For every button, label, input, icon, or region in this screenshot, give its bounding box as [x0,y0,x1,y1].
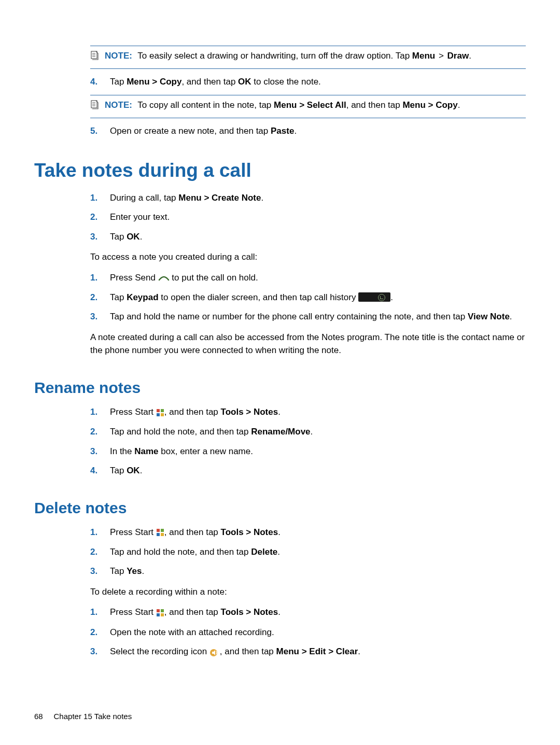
step-number: 1. [90,405,110,419]
step-number: 4. [90,75,110,89]
start-icon [156,406,164,419]
step-body: Press Send to put the call on hold. [110,271,526,285]
note-label: NOTE: [105,100,132,110]
list-item: 5. Open or create a new note, and then t… [90,124,526,138]
step-body: Open or create a new note, and then tap … [110,124,526,138]
step-body: Tap and hold the name or number for the … [110,310,526,324]
step-number: 3. [90,310,110,324]
step-body: During a call, tap Menu > Create Note. [110,191,526,205]
list-item: 3. Select the recording icon , and then … [90,645,526,658]
step-number: 2. [90,626,110,639]
step-number: 3. [90,645,110,658]
step-body: Tap and hold the note, and then tap Rena… [110,425,526,439]
note-text: NOTE: To easily select a drawing or hand… [105,49,471,63]
step-number: 2. [90,210,110,224]
note-icon [90,100,100,114]
paragraph: A note created during a call can also be… [90,331,526,357]
step-number: 3. [90,230,110,244]
step-number: 2. [90,425,110,439]
list-item: 2. Tap and hold the note, and then tap D… [90,545,526,559]
send-icon [158,271,170,285]
step-number: 2. [90,291,110,304]
step-body: Press Start , and then tap Tools > Notes… [110,526,526,539]
step-body: In the Name box, enter a new name. [110,445,526,458]
paragraph: To delete a recording within a note: [90,585,526,599]
list-item: 3. Tap OK. [90,230,526,244]
svg-rect-12 [157,529,160,532]
step-number: 4. [90,464,110,477]
chapter-title: Chapter 15 Take notes [54,712,132,721]
svg-rect-19 [161,613,164,616]
step-number: 3. [90,565,110,578]
step-number: 5. [90,124,110,138]
step-number: 1. [90,271,110,285]
heading-rename: Rename notes [34,376,526,399]
step-body: Tap OK. [110,464,526,477]
ordered-list: 1. Press Send to put the call on hold. 2… [90,271,526,324]
svg-rect-8 [157,409,160,412]
page-footer: 68 Chapter 15 Take notes [34,711,132,723]
paragraph: To access a note you created during a ca… [90,250,526,264]
list-item: 1. Press Send to put the call on hold. [90,271,526,285]
step-body: Open the note with an attached recording… [110,626,526,639]
step-number: 1. [90,606,110,619]
list-item: 3. Tap and hold the name or number for t… [90,310,526,324]
start-icon [156,606,164,620]
start-icon [156,526,164,539]
svg-rect-18 [157,613,160,616]
svg-rect-17 [161,609,164,612]
list-item: 4. Tap OK. [90,464,526,477]
svg-rect-16 [157,609,160,612]
step-body: Tap OK. [110,230,526,244]
step-body: Tap and hold the note, and then tap Dele… [110,545,526,559]
svg-rect-10 [157,413,160,416]
step-body: Tap Menu > Copy, and then tap OK to clos… [110,75,526,89]
ordered-list: 1. Press Start , and then tap Tools > No… [90,606,526,658]
list-item: 2. Tap Keypad to open the dialer screen,… [90,291,526,304]
step-number: 1. [90,191,110,205]
call-history-icon [358,292,390,302]
ordered-list: 1. Press Start , and then tap Tools > No… [90,405,526,477]
list-item: 2. Enter your text. [90,210,526,224]
svg-rect-11 [161,413,164,416]
step-body: Press Start , and then tap Tools > Notes… [110,405,526,419]
svg-rect-14 [157,533,160,536]
svg-rect-15 [161,533,164,536]
svg-rect-9 [161,409,164,412]
heading-take-notes: Take notes during a call [34,156,526,185]
list-item: 1. During a call, tap Menu > Create Note… [90,191,526,205]
ordered-list: 5. Open or create a new note, and then t… [90,124,526,138]
ordered-list: 1. Press Start , and then tap Tools > No… [90,526,526,578]
list-item: 1. Press Start , and then tap Tools > No… [90,526,526,539]
step-number: 2. [90,545,110,559]
note-box: NOTE: To easily select a drawing or hand… [90,46,526,69]
note-box: NOTE: To copy all content in the note, t… [90,95,526,118]
step-body: Select the recording icon , and then tap… [110,645,526,658]
list-item: 2. Tap and hold the note, and then tap R… [90,425,526,439]
heading-delete: Delete notes [34,496,526,519]
step-body: Tap Yes. [110,565,526,578]
list-item: 1. Press Start , and then tap Tools > No… [90,606,526,619]
speaker-icon [209,645,220,659]
step-number: 1. [90,526,110,539]
note-icon [90,50,100,64]
ordered-list: 4. Tap Menu > Copy, and then tap OK to c… [90,75,526,89]
note-text: NOTE: To copy all content in the note, t… [105,99,460,112]
ordered-list: 1. During a call, tap Menu > Create Note… [90,191,526,244]
step-number: 3. [90,445,110,458]
step-body: Tap Keypad to open the dialer screen, an… [110,291,526,304]
svg-rect-13 [161,529,164,532]
step-body: Enter your text. [110,210,526,224]
list-item: 4. Tap Menu > Copy, and then tap OK to c… [90,75,526,89]
list-item: 2. Open the note with an attached record… [90,626,526,639]
step-body: Press Start , and then tap Tools > Notes… [110,606,526,619]
page-number: 68 [34,712,43,721]
note-label: NOTE: [105,51,132,61]
list-item: 3. In the Name box, enter a new name. [90,445,526,458]
list-item: 3. Tap Yes. [90,565,526,578]
list-item: 1. Press Start , and then tap Tools > No… [90,405,526,419]
